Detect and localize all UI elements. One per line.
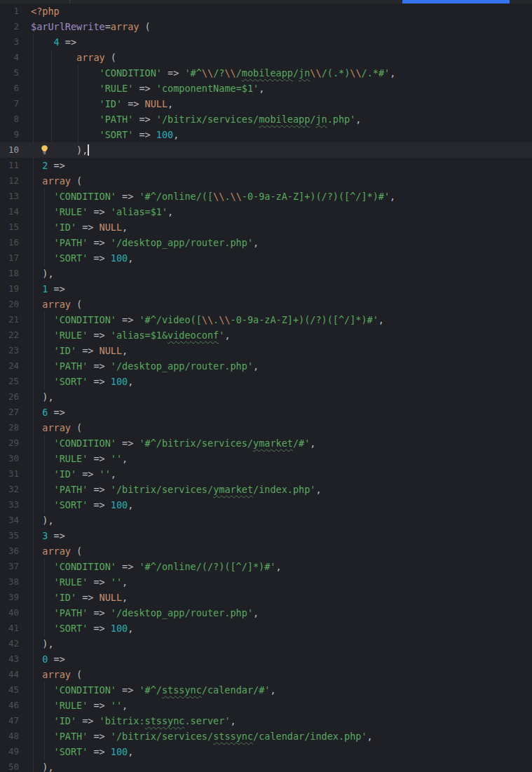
code-line[interactable]: 23 'ID' => NULL,: [0, 343, 532, 358]
code-line[interactable]: 50 ),: [0, 759, 532, 772]
line-number[interactable]: 49: [0, 744, 31, 759]
line-number[interactable]: 21: [0, 312, 31, 327]
line-number[interactable]: 35: [0, 528, 31, 543]
line-number[interactable]: 12: [0, 173, 31, 189]
line-number[interactable]: 36: [0, 543, 31, 559]
code-line[interactable]: 42 ),: [0, 636, 532, 651]
code-line[interactable]: 18 ),: [0, 266, 532, 281]
line-number[interactable]: 33: [0, 497, 31, 513]
line-number[interactable]: 48: [0, 729, 31, 744]
line-number[interactable]: 14: [0, 204, 31, 219]
line-number[interactable]: 24: [0, 358, 31, 374]
code-line[interactable]: 48 'PATH' => '/bitrix/services/stssync/c…: [0, 729, 532, 744]
code-line[interactable]: 5 'CONDITION' => '#^\\/?\\/mobileapp/jn\…: [0, 65, 532, 81]
code-line[interactable]: 7 'ID' => NULL,: [0, 96, 532, 111]
code-lines[interactable]: 1<?php2$arUrlRewrite=array (3 4 =>4 arra…: [0, 4, 532, 772]
code-line[interactable]: 46 'RULE' => '',: [0, 698, 532, 713]
line-number[interactable]: 10: [0, 142, 31, 158]
code-line[interactable]: 4 array (: [0, 50, 532, 65]
line-number[interactable]: 39: [0, 590, 31, 605]
code-line[interactable]: 38 'RULE' => '',: [0, 574, 532, 590]
line-number[interactable]: 44: [0, 667, 31, 682]
line-number[interactable]: 19: [0, 281, 31, 297]
line-number[interactable]: 50: [0, 759, 31, 772]
code-line[interactable]: 28 array (: [0, 420, 532, 435]
code-line[interactable]: 8 'PATH' => '/bitrix/services/mobileapp/…: [0, 111, 532, 127]
line-number[interactable]: 42: [0, 636, 31, 651]
code-line[interactable]: 41 'SORT' => 100,: [0, 621, 532, 636]
code-line[interactable]: 10 ),: [0, 142, 532, 158]
line-number[interactable]: 34: [0, 513, 31, 528]
code-line[interactable]: 37 'CONDITION' => '#^/online/(/?)([^/]*)…: [0, 559, 532, 574]
code-line[interactable]: 2$arUrlRewrite=array (: [0, 19, 532, 34]
line-number[interactable]: 31: [0, 466, 31, 482]
line-number[interactable]: 5: [0, 65, 31, 81]
line-number[interactable]: 2: [0, 19, 31, 34]
code-line[interactable]: 20 array (: [0, 297, 532, 312]
line-number[interactable]: 6: [0, 81, 31, 96]
intention-lightbulb-icon[interactable]: [39, 144, 50, 156]
code-line[interactable]: 30 'RULE' => '',: [0, 451, 532, 466]
line-number[interactable]: 32: [0, 482, 31, 497]
line-number[interactable]: 8: [0, 111, 31, 127]
line-number[interactable]: 18: [0, 266, 31, 281]
line-number[interactable]: 4: [0, 50, 31, 65]
code-line[interactable]: 11 2 =>: [0, 158, 532, 173]
line-number[interactable]: 40: [0, 605, 31, 621]
line-number[interactable]: 41: [0, 621, 31, 636]
code-line[interactable]: 19 1 =>: [0, 281, 532, 297]
code-line[interactable]: 14 'RULE' => 'alias=$1',: [0, 204, 532, 219]
code-line[interactable]: 44 array (: [0, 667, 532, 682]
line-number[interactable]: 29: [0, 435, 31, 451]
code-line[interactable]: 22 'RULE' => 'alias=$1&videoconf',: [0, 327, 532, 343]
code-line[interactable]: 21 'CONDITION' => '#^/video([\\.\\-0-9a-…: [0, 312, 532, 327]
code-line[interactable]: 6 'RULE' => 'componentName=$1',: [0, 81, 532, 96]
code-line[interactable]: 24 'PATH' => '/desktop_app/router.php',: [0, 358, 532, 374]
code-line[interactable]: 34 ),: [0, 513, 532, 528]
code-line[interactable]: 47 'ID' => 'bitrix:stssync.server',: [0, 713, 532, 729]
line-number[interactable]: 1: [0, 4, 31, 19]
line-number[interactable]: 20: [0, 297, 31, 312]
code-line[interactable]: 32 'PATH' => '/bitrix/services/ymarket/i…: [0, 482, 532, 497]
code-line[interactable]: 39 'ID' => NULL,: [0, 590, 532, 605]
code-line[interactable]: 31 'ID' => '',: [0, 466, 532, 482]
line-number[interactable]: 13: [0, 189, 31, 204]
line-number[interactable]: 27: [0, 405, 31, 420]
line-number[interactable]: 37: [0, 559, 31, 574]
line-number[interactable]: 47: [0, 713, 31, 729]
code-line[interactable]: 43 0 =>: [0, 651, 532, 667]
line-number[interactable]: 17: [0, 250, 31, 266]
code-line[interactable]: 16 'PATH' => '/desktop_app/router.php',: [0, 235, 532, 250]
code-line[interactable]: 1<?php: [0, 4, 532, 19]
line-number[interactable]: 7: [0, 96, 31, 111]
line-number[interactable]: 26: [0, 389, 31, 405]
code-line[interactable]: 3 4 =>: [0, 34, 532, 50]
line-number[interactable]: 15: [0, 219, 31, 235]
line-number[interactable]: 22: [0, 327, 31, 343]
line-number[interactable]: 43: [0, 651, 31, 667]
line-number[interactable]: 3: [0, 34, 31, 50]
line-number[interactable]: 16: [0, 235, 31, 250]
code-line[interactable]: 27 6 =>: [0, 405, 532, 420]
line-number[interactable]: 25: [0, 374, 31, 389]
code-line[interactable]: 12 array (: [0, 173, 532, 189]
line-number[interactable]: 38: [0, 574, 31, 590]
line-number[interactable]: 46: [0, 698, 31, 713]
code-line[interactable]: 29 'CONDITION' => '#^/bitrix/services/ym…: [0, 435, 532, 451]
code-line[interactable]: 40 'PATH' => '/desktop_app/router.php',: [0, 605, 532, 621]
code-line[interactable]: 45 'CONDITION' => '#^/stssync/calendar/#…: [0, 682, 532, 698]
code-line[interactable]: 33 'SORT' => 100,: [0, 497, 532, 513]
line-number[interactable]: 23: [0, 343, 31, 358]
code-line[interactable]: 26 ),: [0, 389, 532, 405]
code-line[interactable]: 49 'SORT' => 100,: [0, 744, 532, 759]
line-number[interactable]: 11: [0, 158, 31, 173]
code-line[interactable]: 25 'SORT' => 100,: [0, 374, 532, 389]
code-line[interactable]: 9 'SORT' => 100,: [0, 127, 532, 142]
code-line[interactable]: 35 3 =>: [0, 528, 532, 543]
code-line[interactable]: 17 'SORT' => 100,: [0, 250, 532, 266]
code-line[interactable]: 15 'ID' => NULL,: [0, 219, 532, 235]
line-number[interactable]: 28: [0, 420, 31, 435]
line-number[interactable]: 9: [0, 127, 31, 142]
code-line[interactable]: 13 'CONDITION' => '#^/online/([\\.\\-0-9…: [0, 189, 532, 204]
line-number[interactable]: 45: [0, 682, 31, 698]
